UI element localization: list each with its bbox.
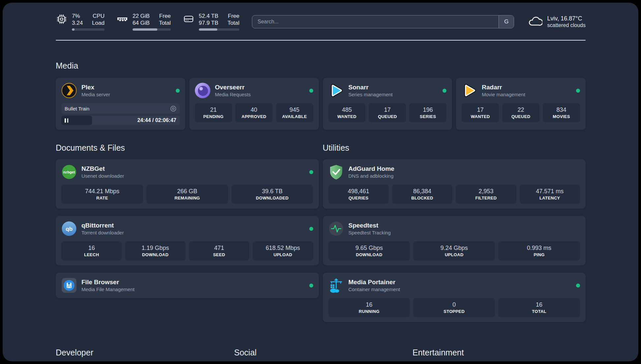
stat-label: DOWNLOAD: [330, 252, 409, 258]
memory-total-value: 64 GiB: [133, 19, 150, 26]
app-subtitle: Movie management: [482, 91, 525, 98]
portainer-icon: [328, 278, 344, 293]
stat-label: SEED: [190, 252, 248, 258]
now-playing-title: Bullet Train: [65, 106, 89, 111]
app-card-plex[interactable]: Plex Media server Bullet Train: [56, 78, 185, 130]
section-title-social: Social: [234, 348, 407, 357]
stat-upload: 9.24 Gbps UPLOAD: [413, 241, 495, 260]
app-name: Speedtest: [349, 222, 391, 229]
stat-rate: 744.21 Mbps RATE: [61, 185, 143, 204]
cpu-progress-track: [72, 28, 105, 31]
plex-now-playing: Bullet Train 24:44 / 02:06:47: [61, 103, 180, 125]
stat-value: 2,953: [457, 188, 515, 195]
app-subtitle: Usenet downloader: [81, 173, 124, 179]
stat-label: BLOCKED: [393, 195, 451, 201]
status-online-dot: [309, 170, 313, 174]
weather-description: scattered clouds: [547, 22, 586, 28]
stat-download: 9.65 Gbps DOWNLOAD: [328, 241, 410, 260]
stat-label: STOPPED: [414, 309, 494, 315]
status-online-dot: [576, 284, 580, 288]
stat-wanted: 485 WANTED: [328, 103, 366, 122]
stat-label: APPROVED: [237, 114, 271, 120]
app-card-qbittorrent[interactable]: qb qBittorrent Torrent downloader 16 LEE…: [56, 216, 319, 265]
app-card-nzbget[interactable]: nzbget NZBGet Usenet downloader 744.21 M…: [56, 159, 319, 209]
stat-label: UPLOAD: [254, 252, 312, 258]
app-card-adguard[interactable]: AdGuard Home DNS and adblocking 498,461 …: [323, 159, 586, 209]
stat-value: 618.52 Mbps: [254, 244, 312, 252]
app-name: Overseerr: [215, 83, 251, 91]
stat-seed: 471 SEED: [189, 241, 249, 260]
search-input[interactable]: [252, 15, 499, 28]
app-card-portainer[interactable]: Media Portainer Container management 16 …: [323, 273, 586, 322]
app-name: File Browser: [81, 278, 135, 286]
dashboard: 7% 3.24 CPU Load: [3, 3, 638, 361]
search-provider-button[interactable]: G: [499, 15, 514, 28]
stat-queued: 17 QUEUED: [369, 103, 406, 122]
stat-value: 86,384: [393, 188, 451, 195]
header-divider: [56, 40, 586, 41]
pause-icon[interactable]: [65, 118, 68, 123]
section-title-developer: Developer: [56, 348, 229, 357]
status-online-dot: [309, 89, 313, 93]
status-online-dot: [576, 89, 580, 93]
stat-value: 16: [63, 244, 120, 252]
stat-blocked: 86,384 BLOCKED: [392, 185, 452, 204]
stat-queries: 498,461 QUERIES: [328, 185, 389, 204]
stat-value: 744.21 Mbps: [63, 188, 142, 195]
stat-value: 22: [504, 106, 538, 114]
filebrowser-icon: [61, 278, 77, 293]
stat-label: LEECH: [63, 252, 120, 258]
stat-queued: 22 QUEUED: [502, 103, 539, 122]
topbar: 7% 3.24 CPU Load: [56, 13, 586, 31]
app-name: Sonarr: [349, 83, 393, 91]
now-playing-time: 24:44 / 02:06:47: [137, 117, 176, 123]
app-card-speedtest[interactable]: Speedtest Speedtest Tracking 9.65 Gbps D…: [323, 216, 586, 265]
memory-total-label: Total: [159, 19, 171, 26]
app-subtitle: Torrent downloader: [81, 229, 124, 236]
app-card-sonarr[interactable]: Sonarr Series management 485 WANTED 17 Q…: [323, 78, 452, 130]
stat-value: 17: [463, 106, 498, 114]
app-subtitle: Speedtest Tracking: [349, 229, 391, 236]
app-subtitle: Media File Management: [81, 286, 135, 292]
app-card-filebrowser[interactable]: File Browser Media File Management: [56, 273, 319, 298]
developer-links: Developer GH Github github.com SO StackO…: [56, 348, 229, 364]
section-title-entertainment: Entertainment: [412, 348, 586, 357]
stat-value: 0.993 ms: [500, 244, 579, 252]
stat-value: 196: [411, 106, 445, 114]
stat-series: 196 SERIES: [409, 103, 446, 122]
memory-stat: 22 GiB 64 GiB Free Total: [116, 13, 171, 31]
plex-icon: [61, 83, 77, 98]
stat-available: 945 AVAILABLE: [276, 103, 313, 122]
stat-label: QUERIES: [330, 195, 387, 201]
stat-pending: 21 PENDING: [195, 103, 232, 122]
cpu-usage-label: CPU: [92, 13, 105, 19]
stat-downloaded: 39.6 TB DOWNLOADED: [231, 185, 313, 204]
memory-progress-fill: [133, 28, 157, 31]
stat-label: DOWNLOADED: [233, 195, 312, 201]
stat-label: SERIES: [411, 114, 445, 120]
speedtest-icon: [328, 221, 344, 236]
stat-approved: 40 APPROVED: [235, 103, 273, 122]
stat-label: UPLOAD: [414, 252, 494, 258]
utilities-column: Utilities AdGuard Home DNS and: [323, 143, 586, 329]
app-card-radarr[interactable]: Radarr Movie management 17 WANTED 22 QUE…: [456, 78, 586, 130]
ram-icon: [116, 13, 128, 25]
storage-progress-fill: [199, 28, 218, 31]
section-title-media: Media: [56, 61, 586, 71]
stat-value: 1.19 Gbps: [126, 244, 184, 252]
stat-label: DOWNLOAD: [126, 252, 184, 258]
app-card-overseerr[interactable]: Overseerr Media Requests 21 PENDING 40 A…: [189, 78, 319, 130]
storage-free-value: 52.4 TB: [199, 13, 218, 19]
stat-label: WANTED: [330, 114, 364, 120]
cpu-chip-icon: [56, 13, 68, 25]
status-online-dot: [443, 89, 446, 93]
app-name: Plex: [81, 83, 110, 91]
stat-value: 40: [237, 106, 271, 114]
session-stop-icon[interactable]: [170, 106, 176, 112]
stat-wanted: 17 WANTED: [462, 103, 499, 122]
stat-leech: 16 LEECH: [61, 241, 122, 260]
stat-value: 945: [277, 106, 312, 114]
cloud-icon: [528, 15, 542, 29]
storage-stat: 52.4 TB 97.9 TB Free Total: [183, 13, 239, 31]
storage-free-label: Free: [228, 13, 239, 19]
